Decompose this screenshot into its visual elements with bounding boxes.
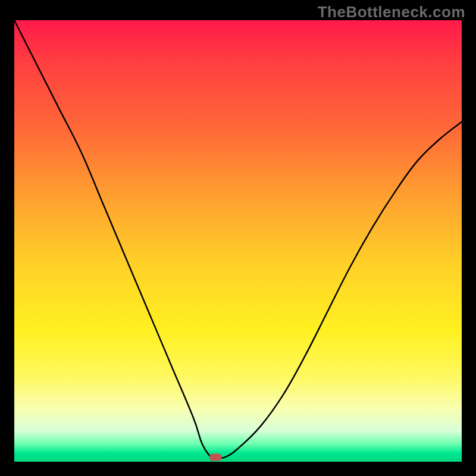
bottleneck-curve	[14, 20, 462, 459]
chart-frame: TheBottleneck.com	[0, 0, 476, 476]
chart-svg	[14, 20, 462, 462]
watermark-text: TheBottleneck.com	[318, 3, 465, 21]
optimum-marker	[209, 454, 221, 461]
